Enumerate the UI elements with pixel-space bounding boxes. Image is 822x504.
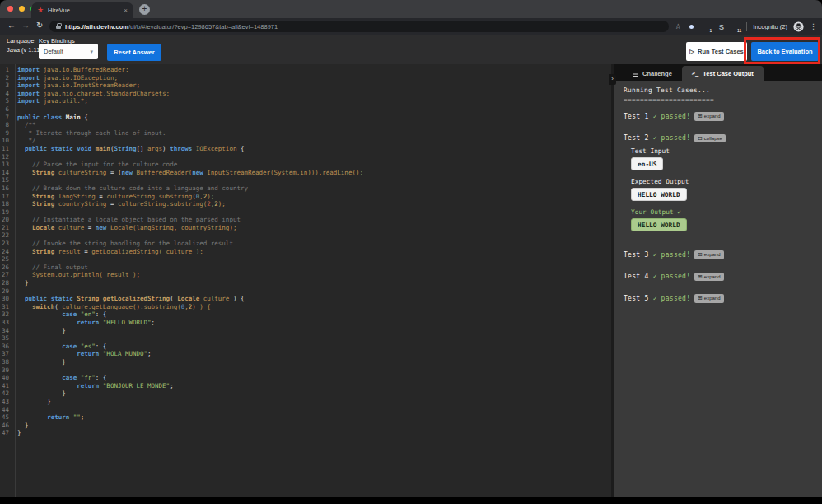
expand-button[interactable]: ⊞expand <box>694 294 723 303</box>
code-line: 11 public static void main(String[] args… <box>0 145 611 153</box>
code-line: 36 case "es": { <box>0 343 611 351</box>
line-content <box>12 105 21 114</box>
line-content: public static String getLocalizedString(… <box>12 295 244 303</box>
line-number: 7 <box>0 114 12 122</box>
line-number: 4 <box>0 90 12 98</box>
code-line: 6 <box>0 105 611 114</box>
bookmark-star-icon[interactable]: ☆ <box>675 22 681 30</box>
code-line: 15 <box>0 176 611 184</box>
extension-dark-icon[interactable]: 11 <box>731 22 740 31</box>
code-line: 23 // Invoke the string handling for the… <box>0 240 611 248</box>
line-number: 32 <box>0 310 12 319</box>
panel-collapse-handle[interactable]: › <box>609 74 616 85</box>
line-content <box>12 153 21 161</box>
line-content: // Invoke the string handling for the lo… <box>12 240 233 248</box>
minimize-window-button[interactable] <box>19 6 25 12</box>
back-icon[interactable]: ← <box>7 21 16 30</box>
line-number: 25 <box>0 255 12 264</box>
line-number: 13 <box>0 161 12 169</box>
browser-titlebar: ★ HireVue × + <box>0 0 822 18</box>
plus-box-icon: ⊞ <box>698 251 702 258</box>
code-line: 7public class Main { <box>0 114 611 122</box>
line-content: case "en": { <box>12 310 106 319</box>
line-content <box>12 255 21 264</box>
test-name: Test 1 <box>624 113 649 120</box>
line-content <box>12 334 21 343</box>
line-number: 26 <box>0 264 12 272</box>
incognito-icon <box>793 21 804 32</box>
test-list: Test 1✓passed!⊞expandTest 2✓passed!⊟coll… <box>624 112 822 303</box>
browser-tab[interactable]: ★ HireVue × <box>31 2 133 18</box>
code-line: 20 // Instantiate a locale object based … <box>0 216 611 224</box>
test-name: Test 2 <box>624 134 649 142</box>
panel-tab-bar: Challenge >_ Test Case Output <box>614 64 822 81</box>
test-result-row: Test 5✓passed!⊞expand <box>624 294 822 303</box>
reload-icon[interactable]: ↻ <box>36 21 43 30</box>
tab-test-case-output[interactable]: >_ Test Case Output <box>682 66 764 81</box>
line-content: */ <box>12 137 36 145</box>
code-line: 33 return "HELLO WORLD"; <box>0 319 611 327</box>
line-content: String langString = cultureString.substr… <box>12 193 214 201</box>
tab-close-icon[interactable]: × <box>124 7 128 14</box>
new-tab-button[interactable]: + <box>139 4 150 15</box>
line-number: 5 <box>0 97 12 105</box>
extension-blue-icon[interactable] <box>687 22 696 31</box>
test-status: passed! <box>661 134 691 142</box>
code-line: 34 } <box>0 327 611 335</box>
detail-label: Test Input <box>631 147 822 155</box>
line-content: public static void main(String[] args) t… <box>12 145 244 153</box>
expand-button[interactable]: ⊞expand <box>694 250 723 259</box>
line-content: } <box>12 327 66 335</box>
line-content <box>12 176 21 184</box>
list-icon <box>633 72 638 72</box>
close-window-button[interactable] <box>7 6 13 12</box>
code-line: 9 * Iterate through each line of input. <box>0 129 611 138</box>
line-number: 40 <box>0 374 12 382</box>
line-number: 42 <box>0 390 12 398</box>
line-number: 9 <box>0 129 12 138</box>
right-panel: Challenge >_ Test Case Output Running Te… <box>614 64 822 497</box>
code-line: 24 String result = getLocalizedString( c… <box>0 248 611 256</box>
code-editor[interactable]: 1import java.io.BufferedReader;2import j… <box>0 64 611 497</box>
collapse-button[interactable]: ⊟collapse <box>694 134 725 143</box>
code-line: 43 } <box>0 398 611 406</box>
code-line: 35 <box>0 334 611 343</box>
line-content: return "HOLA MUNDO"; <box>12 350 152 358</box>
address-bar[interactable]: https://ath.devhv.com/ui/b/#/evaluator/?… <box>49 21 669 32</box>
test-detail: Test Inputen-USExpected OutputHELLO WORL… <box>631 147 822 239</box>
back-to-evaluation-button[interactable]: Back to Evaluation <box>751 42 819 61</box>
code-line: 29 <box>0 287 611 296</box>
code-line: 18 String countryString = cultureString.… <box>0 200 611 208</box>
reset-answer-button[interactable]: Reset Answer <box>107 44 161 61</box>
panel-divider[interactable]: › <box>611 64 614 497</box>
line-number: 43 <box>0 398 12 406</box>
code-line: 25 <box>0 255 611 264</box>
expand-button[interactable]: ⊞expand <box>694 112 723 121</box>
line-number: 34 <box>0 327 12 335</box>
line-content <box>12 231 21 240</box>
extension-s-icon[interactable]: S <box>717 22 726 31</box>
code-line: 14 String cultureString = (new BufferedR… <box>0 169 611 177</box>
code-line: 39 <box>0 366 611 375</box>
language-value: Java (v 1.11) <box>7 46 42 54</box>
line-content: String cultureString = (new BufferedRead… <box>12 169 363 177</box>
expand-button[interactable]: ⊞expand <box>694 273 723 282</box>
extension-red-icon[interactable]: 1 <box>702 22 711 31</box>
line-content: import java.util.*; <box>12 97 88 105</box>
keybindings-select[interactable]: Default ▾ <box>39 44 98 59</box>
test-result-row: Test 4✓passed!⊞expand <box>624 273 822 282</box>
line-number: 3 <box>0 82 12 90</box>
line-content: import java.io.IOException; <box>12 74 118 82</box>
code-lines: 1import java.io.BufferedReader;2import j… <box>0 64 611 437</box>
forward-icon[interactable]: → <box>21 21 30 30</box>
code-line: 40 case "fr": { <box>0 374 611 382</box>
run-test-cases-button[interactable]: ▷ Run Test Cases <box>686 42 747 61</box>
test-name: Test 4 <box>624 273 649 280</box>
line-content: } <box>12 358 66 366</box>
chrome-menu-icon[interactable]: ⋮ <box>810 22 817 30</box>
line-content: System.out.println( result ); <box>12 271 140 279</box>
tab-challenge[interactable]: Challenge <box>623 67 682 81</box>
line-number: 22 <box>0 231 12 240</box>
running-text: Running Test Cases... <box>624 86 822 94</box>
test-status: passed! <box>661 273 691 280</box>
